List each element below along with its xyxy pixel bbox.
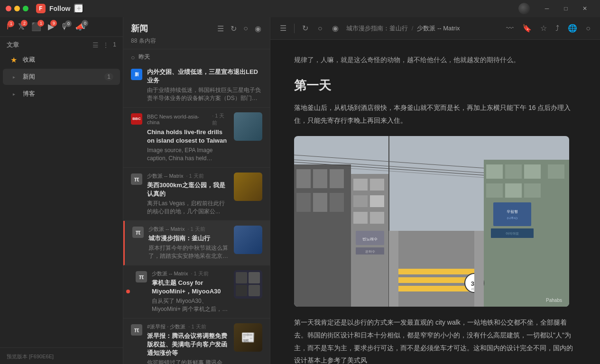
count-badge: 1 bbox=[113, 41, 116, 49]
article-content: 规律了，人嘛，就是这么奇怪的动物，越不给他什么，他就越发的期待什么。 第一天 落… bbox=[270, 40, 600, 364]
maximize-button[interactable] bbox=[23, 6, 28, 11]
feed-item-thumbnail bbox=[234, 270, 262, 299]
svg-rect-14 bbox=[370, 212, 384, 224]
feed-title-row: 新闻 ☰ ↻ ○ ◉ bbox=[131, 23, 262, 34]
date-icon: ○ bbox=[131, 54, 135, 61]
app-icon: F bbox=[36, 4, 46, 13]
feed-item-source: 少数派 -- Matrix bbox=[147, 173, 183, 180]
breadcrumb-current: 少数派 -- Matrix bbox=[417, 24, 460, 33]
caret-icon-blog: ▸ bbox=[9, 90, 18, 98]
add-feed-button[interactable]: + bbox=[74, 4, 83, 13]
sidebar-label-blog: 博客 bbox=[23, 90, 113, 98]
feed-refresh-button[interactable]: ↻ bbox=[230, 23, 238, 34]
feed-item[interactable]: π 少数派 -- Matrix · 1 天前 美西3000km之逛公园，我是认真… bbox=[123, 168, 270, 221]
toolbar-circle-button[interactable]: ○ bbox=[316, 22, 324, 35]
svg-rect-13 bbox=[353, 212, 368, 224]
svg-rect-29 bbox=[486, 183, 503, 198]
feed-item-meta: BBC News world-asia-china · 1 天前 bbox=[147, 112, 229, 127]
win-controls: ─ □ ✕ bbox=[537, 1, 594, 16]
avatar[interactable] bbox=[518, 3, 530, 14]
feed-source-icon: BBC bbox=[131, 113, 142, 125]
win-close-button[interactable]: ✕ bbox=[575, 1, 594, 16]
sidebar-icon-youtube[interactable]: ▶ 9 bbox=[48, 22, 54, 32]
feed-item-time: · 1 天前 bbox=[187, 226, 205, 233]
feed-item-meta: #派早报 · 少数派 · 1 天前 bbox=[147, 323, 229, 330]
avatar-image bbox=[518, 3, 530, 14]
toolbar-globe-button[interactable]: 🌐 bbox=[566, 22, 579, 35]
feed-source-icon: π bbox=[131, 173, 142, 185]
feed-item-content: #派早报 · 少数派 · 1 天前 派早报：腾讯会议将调整免费版权益、美满电子向… bbox=[147, 323, 229, 364]
feed-item[interactable]: π 少数派 -- Matrix · 1 天前 掌机主题 Cosy for Miy… bbox=[123, 265, 270, 318]
sort-icon[interactable]: ☰ bbox=[92, 41, 99, 49]
feed-item[interactable]: π #派早报 · 少数派 · 1 天前 派早报：腾讯会议将调整免费版权益、美满电… bbox=[123, 318, 270, 364]
article-toolbar-actions: 〰 🔖 ☆ ⤴ 🌐 ○ bbox=[504, 22, 592, 35]
sidebar-item-favorites[interactable]: ★ 收藏 bbox=[3, 52, 120, 68]
feed-item[interactable]: BBC BBC News world-asia-china · 1 天前 Chi… bbox=[123, 108, 270, 168]
svg-rect-31 bbox=[524, 183, 541, 198]
feed-item-thumbnail bbox=[234, 226, 262, 254]
feed-item-content: 少数派 -- Matrix · 1 天前 城市漫步指南：釜山行 原本打算今年的中… bbox=[148, 226, 229, 260]
sidebar-item-blog[interactable]: ▸ 博客 bbox=[3, 86, 120, 102]
toolbar-refresh-button[interactable]: ↻ bbox=[300, 22, 310, 35]
feed-item-thumbnail bbox=[234, 112, 262, 141]
svg-text:은하수: 은하수 bbox=[365, 250, 375, 253]
article-image-svg: 빈노래수 은하수 bbox=[294, 136, 569, 307]
date-separator: ○ 昨天 bbox=[123, 49, 270, 63]
feed-actions: ☰ ↻ ○ ◉ bbox=[216, 23, 262, 34]
feed-item-source: 少数派 -- Matrix bbox=[152, 270, 188, 277]
svg-rect-6 bbox=[313, 193, 327, 212]
feed-item-thumbnail bbox=[234, 173, 262, 201]
feed-item-meta: 少数派 -- Matrix · 1 天前 bbox=[148, 226, 229, 233]
breadcrumb-source[interactable]: 城市漫步指南：釜山行 bbox=[346, 24, 408, 33]
feed-item-title: 掌机主题 Cosy for MiyooMini+，MiyooA30 bbox=[152, 279, 229, 296]
toolbar-favorite-button[interactable]: ☆ bbox=[538, 22, 549, 35]
feed-item-title: 城市漫步指南：釜山行 bbox=[148, 234, 229, 243]
svg-text:우림행: 우림행 bbox=[507, 209, 518, 214]
unread-indicator bbox=[126, 290, 130, 293]
window-controls bbox=[6, 6, 28, 11]
close-button[interactable] bbox=[6, 6, 11, 11]
sidebar-bottom: 预览版本 [F690E6E] bbox=[0, 347, 123, 364]
toolbar-wave-button[interactable]: 〰 bbox=[504, 22, 516, 35]
win-minimize-button[interactable]: ─ bbox=[537, 1, 556, 16]
feed-item-title: 美西3000km之逛公园，我是认真的 bbox=[147, 181, 229, 198]
sidebar-icon-image[interactable]: ⬛ 1 bbox=[31, 22, 41, 32]
feed-item-thumbnail: 📰 bbox=[234, 323, 262, 352]
svg-text:(나주시): (나주시) bbox=[507, 217, 517, 219]
sidebar-item-news[interactable]: ▸ 新闻 1 bbox=[3, 69, 120, 85]
feed-item-content: 内外交困、业绩低迷，三星宣布退出LED业务 由于业绩持续低迷，韩国科技巨头三星电… bbox=[147, 68, 262, 102]
feed-menu-button[interactable]: ☰ bbox=[216, 23, 225, 34]
sidebar-icon-logo[interactable]: F 1 bbox=[7, 22, 11, 32]
feed-item-source: #派早报 · 少数派 bbox=[147, 323, 185, 330]
svg-rect-2 bbox=[296, 169, 311, 188]
toolbar-check-button[interactable]: ◉ bbox=[330, 22, 341, 35]
minimize-button[interactable] bbox=[14, 6, 20, 11]
feed-item-time: · 1 天前 bbox=[186, 173, 203, 180]
feed-list: ○ 昨天 新 内外交困、业绩低迷，三星宣布退出LED业务 由于业绩持续低迷，韩国… bbox=[123, 49, 270, 364]
feed-item-source: BBC News world-asia-china bbox=[147, 114, 209, 125]
sidebar-icon-mic[interactable]: 🎙 0 bbox=[61, 22, 69, 32]
svg-rect-26 bbox=[505, 164, 522, 179]
svg-rect-46 bbox=[474, 231, 484, 307]
feed-item-time: · 1 天前 bbox=[188, 323, 206, 330]
toolbar-bookmark-button[interactable]: 🔖 bbox=[520, 22, 534, 35]
feed-item[interactable]: π 少数派 -- Matrix · 1 天前 城市漫步指南：釜山行 原本打算今年… bbox=[123, 221, 270, 265]
sidebar-icon-notify[interactable]: 📣 0 bbox=[75, 22, 85, 32]
toolbar-menu-button[interactable]: ☰ bbox=[278, 22, 288, 35]
svg-rect-32 bbox=[493, 202, 531, 226]
feed-item-excerpt: 由于业绩持续低迷，韩国科技巨头三星电子负责半导体业务的设备解决方案（DS）部门正… bbox=[147, 86, 262, 102]
article-intro: 规律了，人嘛，就是这么奇怪的动物，越不给他什么，他就越发的期待什么。 bbox=[294, 54, 576, 66]
feed-circle-button[interactable]: ○ bbox=[242, 23, 249, 34]
win-maximize-button[interactable]: □ bbox=[556, 1, 575, 16]
sidebar: F 1 𝕏 2 ⬛ 1 ▶ 9 🎙 0 📣 0 bbox=[0, 17, 123, 364]
feed-check-button[interactable]: ◉ bbox=[254, 23, 262, 34]
sidebar-icon-twitter[interactable]: 𝕏 2 bbox=[18, 22, 25, 32]
feed-item-source: 少数派 -- Matrix bbox=[148, 226, 185, 233]
toolbar-more-button[interactable]: ○ bbox=[584, 22, 592, 35]
filter-icon[interactable]: ⋮ bbox=[102, 41, 109, 49]
feed-item[interactable]: 新 内外交困、业绩低迷，三星宣布退出LED业务 由于业绩持续低迷，韩国科技巨头三… bbox=[123, 63, 270, 108]
feed-panel: 新闻 ☰ ↻ ○ ◉ 88 条内容 ○ 昨天 新 内外交困、业绩低迷，三星宣布 bbox=[123, 17, 270, 364]
toolbar-share-button[interactable]: ⤴ bbox=[554, 22, 561, 35]
sidebar-section-label: 文章 bbox=[7, 41, 19, 49]
svg-rect-12 bbox=[370, 195, 384, 207]
